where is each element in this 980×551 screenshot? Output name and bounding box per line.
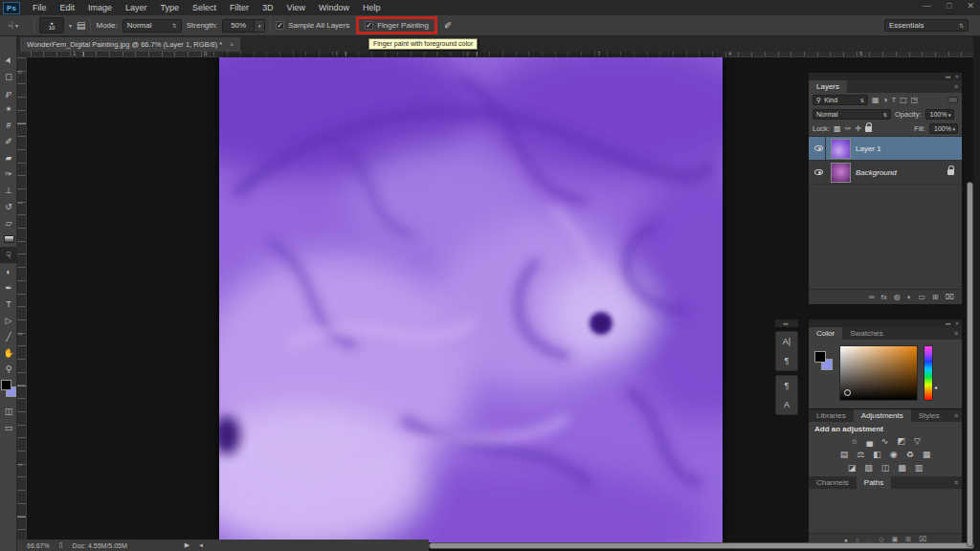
tab-swatches[interactable]: Swatches [842,327,891,340]
color-lookup-icon[interactable]: ▦ [923,450,931,459]
filter-smart-object-icon[interactable]: ◳ [911,96,919,104]
filter-pixel-icon[interactable]: ▦ [872,96,880,104]
mode-dropdown[interactable]: Normal ⇅ [122,19,182,33]
brightness-contrast-icon[interactable]: ☼ [850,436,858,446]
minimize-button[interactable]: — [923,1,931,11]
chevron-down-icon[interactable]: ▾ [69,22,72,29]
play-icon[interactable]: ▶ [185,541,189,549]
chevron-down-icon[interactable]: ▾ [255,19,265,33]
menu-help[interactable]: Help [356,0,388,15]
vertical-scrollbar[interactable] [967,182,973,547]
filter-shape-icon[interactable]: ▢ [900,96,907,104]
layer-name[interactable]: Background [856,168,897,177]
kind-filter-dropdown[interactable]: ⚲ Kind ⇅ [813,95,868,105]
new-layer-icon[interactable]: ⊞ [932,293,939,301]
tab-styles[interactable]: Styles [911,409,947,422]
levels-icon[interactable]: ▄ [866,436,872,446]
back-icon[interactable]: ◂ [199,541,203,549]
opacity-control[interactable]: 100% ▾ [925,109,954,120]
zoom-level[interactable]: 66.67% [27,542,50,549]
color-balance-icon[interactable]: ⚖ [857,450,864,459]
photo-filter-icon[interactable]: ◉ [890,450,898,459]
finger-painting-checkbox[interactable]: ✓ Finger Painting [365,21,429,30]
collapse-panel-icon[interactable]: ◂◂ [946,320,950,326]
panel-menu-icon[interactable]: ≡ [954,330,958,337]
visibility-toggle[interactable] [813,137,826,160]
hue-saturation-icon[interactable]: ▤ [840,450,849,459]
gradient-map-icon[interactable]: ▩ [898,463,906,473]
close-panel-icon[interactable]: ✕ [955,320,959,326]
toggle-brush-panel-icon[interactable]: ▤ [77,20,85,31]
tool-path-selection[interactable]: ▷ [0,312,17,328]
tool-hand[interactable]: ✋ [0,344,17,361]
tool-zoom[interactable]: ⚲ [0,361,17,377]
tool-healing-brush[interactable]: ▰ [0,149,17,165]
screen-mode-button[interactable]: ▭ [0,419,17,435]
document-tab[interactable]: WonderFem_Digital Painting.jpg @ 66.7% (… [19,36,241,52]
menu-filter[interactable]: Filter [223,0,256,15]
tool-type[interactable]: T [0,296,17,312]
close-button[interactable]: ✕ [967,1,974,11]
channel-mixer-icon[interactable]: ♻ [906,450,914,459]
character-styles-panel-icon[interactable]: A [784,400,790,409]
fill-control[interactable]: 100% ▾ [929,123,958,134]
menu-file[interactable]: File [26,0,54,15]
tool-line[interactable]: ╱ [0,328,17,344]
tab-layers[interactable]: Layers [809,80,847,93]
maximize-button[interactable]: □ [947,1,951,11]
workspace-dropdown[interactable]: Essentials ⇅ [884,19,969,32]
foreground-color-swatch[interactable] [1,380,11,390]
exposure-icon[interactable]: ◩ [897,436,905,446]
doc-size[interactable]: Doc: 4.55M/5.05M [73,542,127,549]
filter-type-icon[interactable]: T [891,96,896,104]
menu-select[interactable]: Select [186,0,223,15]
close-tab-icon[interactable]: × [230,41,234,48]
tool-eyedropper[interactable]: ✐ [0,133,17,149]
canvas-image[interactable] [219,57,723,542]
collapse-panel-icon[interactable]: ◂◂ [946,74,950,79]
brush-preset-picker[interactable]: ● 10 [39,17,64,33]
lock-transparency-icon[interactable]: ▩ [834,124,841,133]
filter-toggle-switch[interactable] [947,97,958,103]
tool-marquee[interactable]: ◻ [0,68,17,84]
tab-paths[interactable]: Paths [857,476,891,489]
black-white-icon[interactable]: ◧ [873,450,881,459]
menu-type[interactable]: Type [154,0,187,15]
layer-thumbnail[interactable] [831,163,851,183]
horizontal-scrollbar[interactable] [429,542,974,549]
layer-row-background[interactable]: Background [809,161,962,185]
foreground-color-swatch[interactable] [814,351,826,363]
tool-gradient[interactable] [0,231,17,247]
vertical-ruler[interactable]: 0 1 2 3 [17,57,27,551]
lock-position-icon[interactable]: ✛ [855,124,861,133]
panel-menu-icon[interactable]: ≡ [954,412,958,419]
visibility-toggle[interactable] [813,161,826,184]
tab-channels[interactable]: Channels [809,476,857,489]
layer-name[interactable]: Layer 1 [856,144,881,153]
menu-edit[interactable]: Edit [54,0,82,15]
blend-mode-dropdown[interactable]: Normal ⇅ [813,109,891,120]
hue-slider-arrow[interactable]: ◂ [934,384,937,390]
tool-lasso[interactable]: ℘ [0,84,17,100]
tool-brush[interactable]: ✑ [0,165,17,182]
filter-adjustment-icon[interactable]: ◑ [883,96,888,104]
tool-smudge-selected[interactable]: ☟ [0,247,17,263]
vibrance-icon[interactable]: ▽ [914,436,921,446]
selective-color-icon[interactable]: ▥ [915,463,924,473]
group-icon[interactable]: ▭ [919,293,926,301]
curves-icon[interactable]: ∿ [881,436,889,446]
paragraph-panel-icon[interactable]: ¶ [785,356,790,365]
quick-mask-button[interactable]: ◫ [0,403,17,419]
character-panel-icon[interactable]: A| [783,337,791,346]
paragraph-styles-panel-icon[interactable]: ¶ [785,381,790,390]
color-picker-ring[interactable] [844,389,851,396]
layer-row-layer1[interactable]: Layer 1 [809,137,962,161]
close-panel-icon[interactable]: ✕ [955,74,959,79]
tool-crop[interactable]: # [0,117,17,133]
tab-adjustments[interactable]: Adjustments [854,409,911,422]
tab-libraries[interactable]: Libraries [809,409,854,422]
tool-history-brush[interactable]: ↺ [0,198,17,214]
collapse-panel-icon[interactable]: ◂◂ [783,320,788,326]
menu-view[interactable]: View [280,0,312,15]
link-layers-icon[interactable]: ∞ [869,293,875,301]
